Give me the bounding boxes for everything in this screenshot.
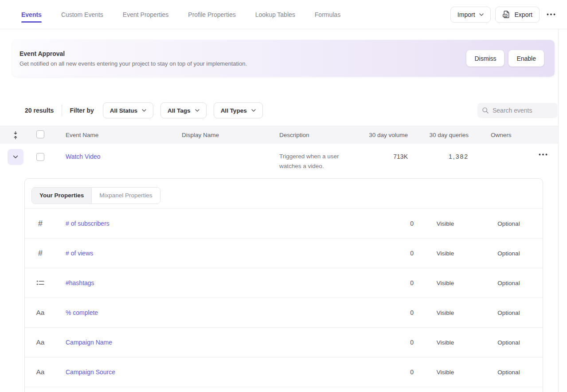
property-row: #hashtags 0 Visible Optional xyxy=(25,268,543,298)
results-count: 20 results xyxy=(25,107,54,114)
filter-bar: 20 results Filter by All Status All Tags… xyxy=(25,102,558,118)
tab-formulas[interactable]: Formulas xyxy=(315,0,340,29)
event-name-link[interactable]: Watch Video xyxy=(66,153,101,160)
event-name-cell: Watch Video xyxy=(60,149,176,161)
property-requirement: Optional xyxy=(477,310,540,316)
more-options-button[interactable] xyxy=(544,11,558,18)
tab-profile-properties[interactable]: Profile Properties xyxy=(188,0,235,29)
collapse-row-button[interactable] xyxy=(8,149,23,165)
chevron-down-icon xyxy=(251,109,256,112)
chevron-down-icon xyxy=(142,109,146,112)
number-type-icon: # xyxy=(25,219,56,228)
search-events-input[interactable] xyxy=(493,107,553,114)
owners-cell xyxy=(469,151,558,158)
top-nav: Events Custom Events Event Properties Pr… xyxy=(0,0,567,29)
nav-tabs: Events Custom Events Event Properties Pr… xyxy=(21,0,340,29)
row-more-options-button[interactable] xyxy=(536,151,550,158)
enable-button[interactable]: Enable xyxy=(508,50,544,67)
tab-event-properties[interactable]: Event Properties xyxy=(123,0,169,29)
types-filter-dropdown[interactable]: All Types xyxy=(214,102,263,118)
tab-custom-events[interactable]: Custom Events xyxy=(61,0,103,29)
tab-events[interactable]: Events xyxy=(21,0,42,29)
property-link[interactable]: Campaign Name xyxy=(56,339,360,346)
expander-cell xyxy=(0,149,29,165)
property-count: 0 xyxy=(360,220,414,227)
property-count: 0 xyxy=(360,250,414,257)
property-visibility: Visible xyxy=(414,220,477,227)
text-type-icon: Aa xyxy=(25,338,56,346)
property-row: Aa % complete 0 Visible Optional xyxy=(25,298,543,328)
property-count: 0 xyxy=(360,368,414,376)
property-visibility: Visible xyxy=(414,280,477,286)
column-description: Description xyxy=(274,132,358,138)
property-link[interactable]: # of views xyxy=(56,250,360,257)
properties-segmented-control: Your Properties Mixpanel Properties xyxy=(31,187,160,204)
status-filter-dropdown[interactable]: All Status xyxy=(103,102,153,118)
chevron-down-icon xyxy=(13,155,18,159)
description-cell: Triggered when a user watches a video. xyxy=(274,149,358,171)
property-visibility: Visible xyxy=(414,310,477,316)
select-all-checkbox[interactable] xyxy=(36,130,44,138)
list-type-icon xyxy=(25,280,56,286)
tab-lookup-tables[interactable]: Lookup Tables xyxy=(255,0,295,29)
svg-text:csv: csv xyxy=(504,15,507,17)
events-table-header: Event Name Display Name Description 30 d… xyxy=(0,126,558,144)
column-30-day-volume: 30 day volume xyxy=(358,132,408,138)
export-button[interactable]: csv Export xyxy=(495,7,540,23)
property-rows: # # of subscribers 0 Visible Optional # … xyxy=(25,209,543,387)
property-row: Aa Campaign Source 0 Visible Optional xyxy=(25,357,543,387)
property-link[interactable]: Campaign Source xyxy=(56,368,360,376)
nav-actions: Import csv Export xyxy=(450,7,558,23)
property-requirement: Optional xyxy=(477,220,540,227)
volume-30d-value: 713K xyxy=(358,153,408,160)
property-requirement: Optional xyxy=(477,280,540,286)
search-events-box xyxy=(477,103,558,118)
column-30-day-queries: 30 day queries xyxy=(408,132,469,138)
banner-actions: Dismiss Enable xyxy=(466,50,544,67)
select-all-cell xyxy=(29,130,60,140)
properties-tabs: Your Properties Mixpanel Properties xyxy=(25,179,543,209)
search-icon xyxy=(482,107,489,114)
event-properties-panel: Your Properties Mixpanel Properties # # … xyxy=(24,178,543,392)
status-filter-label: All Status xyxy=(110,107,137,114)
tags-filter-dropdown[interactable]: All Tags xyxy=(160,102,207,118)
property-requirement: Optional xyxy=(477,369,540,376)
divider xyxy=(62,105,62,116)
text-type-icon: Aa xyxy=(25,309,56,317)
ellipsis-icon xyxy=(539,153,547,156)
text-type-icon: Aa xyxy=(25,368,56,376)
row-checkbox[interactable] xyxy=(36,153,44,161)
filter-by-label: Filter by xyxy=(70,107,94,114)
property-visibility: Visible xyxy=(414,369,477,376)
property-requirement: Optional xyxy=(477,250,540,257)
lexicon-events-page: Events Custom Events Event Properties Pr… xyxy=(0,0,567,392)
chevron-down-icon xyxy=(195,109,199,112)
property-link[interactable]: #hashtags xyxy=(56,279,360,286)
queries-30d-value: 1,382 xyxy=(408,153,469,160)
property-row: Aa Campaign Name 0 Visible Optional xyxy=(25,328,543,357)
event-row-watch-video: Watch Video Triggered when a user watche… xyxy=(0,144,558,171)
property-row: # # of subscribers 0 Visible Optional xyxy=(25,209,543,239)
column-display-name: Display Name xyxy=(176,132,274,138)
dismiss-button[interactable]: Dismiss xyxy=(466,50,504,67)
collapse-all-cell xyxy=(0,131,29,139)
tags-filter-label: All Tags xyxy=(168,107,191,114)
ellipsis-icon xyxy=(547,13,555,16)
property-link[interactable]: # of subscribers xyxy=(56,220,360,227)
import-button[interactable]: Import xyxy=(450,7,491,23)
tab-your-properties[interactable]: Your Properties xyxy=(32,188,92,204)
row-checkbox-cell xyxy=(29,149,60,163)
types-filter-label: All Types xyxy=(221,107,247,114)
tab-mixpanel-properties[interactable]: Mixpanel Properties xyxy=(92,188,160,204)
collapse-all-icon[interactable] xyxy=(13,131,18,139)
property-count: 0 xyxy=(360,279,414,286)
property-count: 0 xyxy=(360,309,414,316)
event-description: Triggered when a user watches a video. xyxy=(279,152,356,171)
property-visibility: Visible xyxy=(414,339,477,346)
property-count: 0 xyxy=(360,339,414,346)
scrollbar-gutter[interactable] xyxy=(558,29,567,392)
property-row: # # of views 0 Visible Optional xyxy=(25,239,543,268)
property-link[interactable]: % complete xyxy=(56,309,360,316)
export-button-label: Export xyxy=(515,11,532,18)
property-visibility: Visible xyxy=(414,250,477,257)
